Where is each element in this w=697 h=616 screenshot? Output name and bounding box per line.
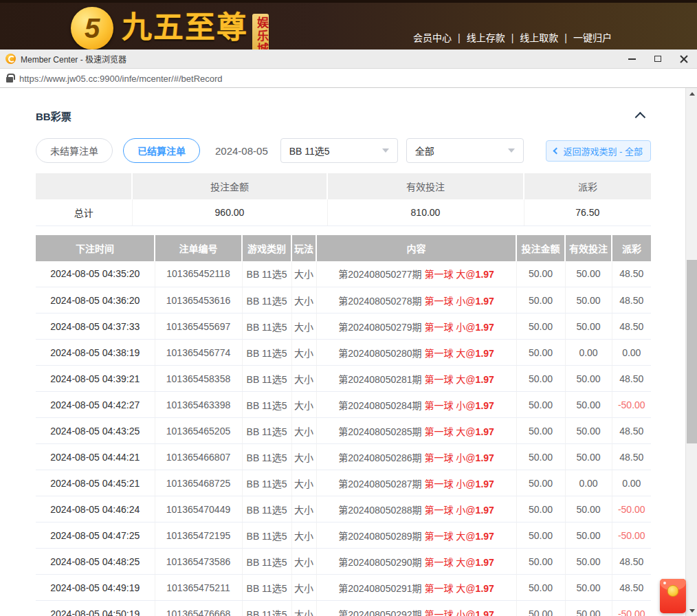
content-odds: 1.97 [476,531,494,542]
summary-header-empty [36,173,132,199]
cell-payout: -50.00 [612,392,651,418]
content-odds: 1.97 [476,583,494,594]
collapse-chevron-up-icon[interactable] [635,112,646,123]
nav-link-2[interactable]: 线上取款 [520,32,558,43]
minimize-button[interactable] [619,50,645,68]
nav-link-0[interactable]: 会员中心 [413,32,452,43]
cell-bet-amount: 50.00 [516,340,565,366]
cell-payout: 48.50 [612,366,651,392]
content-pick: 第一球 大@ [424,583,475,594]
content-pick: 第一球 大@ [424,374,475,385]
cell-time: 2024-08-05 04:49:19 [36,575,155,601]
cell-payout: -50.00 [612,496,651,522]
logo-text: 九五至尊 [122,11,248,44]
cell-play: 大小 [291,314,316,340]
cell-valid-bet: 50.00 [565,444,612,470]
cell-payout: 48.50 [612,261,651,287]
cell-payout: 48.50 [612,549,651,575]
cell-game: BB 11选5 [242,470,291,496]
back-to-category-button[interactable]: 返回游戏类别 - 全部 [546,140,651,162]
cell-bet-amount: 50.00 [516,418,565,444]
content-period: 第202408050288期 [338,505,421,516]
col-header-game: 游戏类别 [242,235,291,261]
cell-payout: 48.50 [612,418,651,444]
cell-valid-bet: 0.00 [565,340,612,366]
playtype-select[interactable]: 全部 [406,138,524,163]
cell-payout: 0.00 [612,340,651,366]
cell-game: BB 11选5 [242,261,291,287]
url-text[interactable]: https://www.jw05.cc:9900/infe/mcenter/#/… [19,74,223,84]
maximize-icon [654,56,661,62]
maximize-button[interactable] [645,50,671,68]
unsettled-bets-button[interactable]: 未结算注单 [36,138,113,163]
site-header: 5 九五至尊 娱乐城 会员中心|线上存款|线上取款|一键归户 [0,0,697,50]
cell-play: 大小 [291,522,316,549]
summary-header-row: 投注金额 有效投注 派彩 [36,173,651,199]
settled-bets-button[interactable]: 已结算注单 [123,138,200,163]
scroll-down-button[interactable] [686,605,697,616]
cell-play: 大小 [291,418,316,444]
content-period: 第202408050286期 [338,452,421,463]
table-header-row: 下注时间 注单编号 游戏类别 玩法 内容 投注金额 有效投注 派彩 [36,235,651,261]
cell-payout: 0.00 [612,470,651,496]
cell-play: 大小 [291,575,316,601]
summary-header-payout: 派彩 [524,173,651,199]
cell-order-id: 101365456774 [155,340,242,366]
content-pick: 第一球 小@ [424,505,475,516]
nav-link-1[interactable]: 线上存款 [467,32,505,43]
cell-game: BB 11选5 [242,575,291,601]
content-period: 第202408050285期 [338,426,421,437]
cell-bet-amount: 50.00 [516,522,565,549]
cell-valid-bet: 50.00 [565,314,612,340]
game-select[interactable]: BB 11选5 [280,138,398,163]
page: 5 九五至尊 娱乐城 会员中心|线上存款|线上取款|一键归户 Member Ce… [0,0,697,616]
site-logo[interactable]: 5 九五至尊 娱乐城 [71,7,269,50]
content-pick: 第一球 大@ [424,557,475,568]
cell-order-id: 101365458358 [155,366,242,392]
cell-order-id: 101365470449 [155,496,242,522]
cell-time: 2024-08-05 04:48:25 [36,549,155,575]
content-period: 第202408050284期 [338,400,421,411]
content-period: 第202408050292期 [338,609,421,616]
sparkle-icon [663,582,666,584]
cell-play: 大小 [291,392,316,418]
nav-link-3[interactable]: 一键归户 [573,32,612,43]
cell-order-id: 101365472195 [155,522,242,549]
vertical-scrollbar[interactable] [685,88,697,616]
red-envelope-promo-icon[interactable] [660,579,686,613]
chevron-left-icon [553,147,560,154]
cell-payout: 48.50 [612,314,651,340]
cell-bet-amount: 50.00 [516,314,565,340]
col-header-order-id: 注单编号 [155,235,242,261]
cell-game: BB 11选5 [242,549,291,575]
cell-play: 大小 [291,444,316,470]
date-picker-value[interactable]: 2024-08-05 [215,145,268,157]
url-bar[interactable]: https://www.jw05.cc:9900/infe/mcenter/#/… [0,69,697,88]
table-row: 2024-08-05 04:38:19 101365456774 BB 11选5… [36,340,651,366]
scroll-up-icon [689,92,695,96]
scroll-up-button[interactable] [686,88,697,99]
content-odds: 1.97 [476,400,494,411]
section-header: BB彩票 [36,109,651,123]
cell-time: 2024-08-05 04:39:21 [36,366,155,392]
cell-valid-bet: 50.00 [565,522,612,549]
gold-coin-icon [667,585,679,597]
cell-order-id: 101365455697 [155,314,242,340]
cell-time: 2024-08-05 04:36:20 [36,287,155,314]
cell-time: 2024-08-05 04:44:21 [36,444,155,470]
cell-content: 第202408050286期 第一球 小@1.97 [316,444,516,470]
cell-content: 第202408050290期 第一球 大@1.97 [316,549,516,575]
scrollbar-thumb[interactable] [687,260,697,443]
cell-bet-amount: 50.00 [516,287,565,314]
content-pick: 第一球 小@ [424,400,475,411]
cell-bet-amount: 50.00 [516,366,565,392]
content-pick: 第一球 小@ [424,452,475,463]
cell-payout: 48.50 [612,444,651,470]
close-button[interactable] [671,50,697,68]
cell-game: BB 11选5 [242,366,291,392]
table-row: 2024-08-05 04:37:33 101365455697 BB 11选5… [36,314,651,340]
table-row: 2024-08-05 04:36:20 101365453616 BB 11选5… [36,287,651,314]
section-title: BB彩票 [36,109,71,123]
content-period: 第202408050289期 [338,531,421,542]
table-row: 2024-08-05 04:50:19 101365476668 BB 11选5… [36,601,651,616]
